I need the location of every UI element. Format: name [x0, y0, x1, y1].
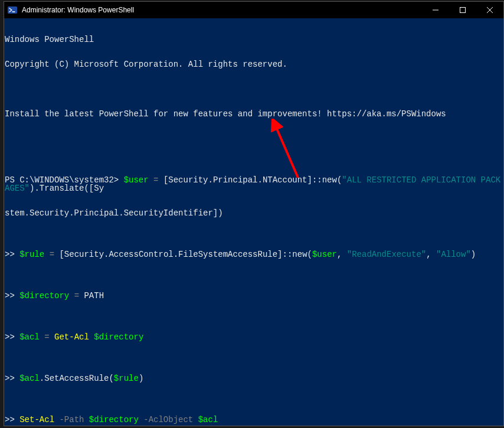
operator-token: =: [69, 291, 84, 300]
intro-line: Install the latest PowerShell for new fe…: [5, 110, 503, 118]
method-token: new: [292, 250, 307, 259]
close-button[interactable]: [476, 2, 503, 18]
svg-rect-0: [8, 6, 17, 14]
continuation-prompt: >>: [5, 291, 19, 300]
string-token: "Allow": [436, 250, 471, 259]
console-output[interactable]: Windows PowerShell Copyright (C) Microso…: [4, 18, 503, 426]
variable-token: $acl: [19, 332, 40, 342]
command-line: >> $acl.SetAccessRule($rule): [5, 374, 503, 383]
type-token: stem.Security.Principal.SecurityIdentifi…: [5, 208, 223, 218]
command-line: >> $acl = Get-Acl $directory: [5, 333, 503, 341]
operator-token: =: [44, 250, 59, 259]
maximize-button[interactable]: [449, 2, 476, 18]
svg-line-6: [274, 123, 298, 178]
svg-rect-3: [460, 8, 466, 13]
variable-token: $rule: [114, 374, 139, 383]
window-controls: [422, 2, 503, 18]
command-line: >> $rule = [Security.AccessControl.FileS…: [5, 250, 503, 259]
comma-token: ,: [337, 250, 347, 259]
method-token: .Translate(: [34, 184, 89, 193]
method-token: .SetAccessRule(: [40, 374, 114, 383]
type-token: [Sy: [89, 184, 104, 193]
paren-token: ): [139, 374, 143, 383]
cmdlet-token: Get-Acl: [54, 332, 94, 342]
command-line: >> $directory = PATH: [5, 292, 503, 300]
variable-token: $directory: [89, 415, 139, 424]
variable-token: $rule: [19, 250, 44, 259]
command-line: PS C:\WINDOWS\system32> $user = [Securit…: [5, 176, 503, 192]
continuation-prompt: >>: [5, 374, 19, 383]
param-token: -AclObject: [139, 415, 198, 424]
window-title: Administrator: Windows PowerShell: [22, 6, 422, 14]
operator-token: =: [40, 332, 54, 342]
variable-token: $user: [312, 250, 337, 259]
powershell-window: Administrator: Windows PowerShell Window…: [4, 1, 504, 426]
string-token: "ReadAndExecute": [347, 250, 426, 259]
continuation-prompt: >>: [5, 415, 19, 424]
variable-token: $acl: [19, 374, 40, 383]
intro-line: Copyright (C) Microsoft Corporation. All…: [5, 60, 503, 68]
minimize-button[interactable]: [422, 2, 449, 18]
continuation-prompt: >>: [5, 250, 19, 259]
cmdlet-token: Set-Acl: [19, 415, 54, 424]
param-token: -Path: [54, 415, 89, 424]
titlebar[interactable]: Administrator: Windows PowerShell: [4, 2, 503, 18]
continuation-prompt: >>: [5, 332, 19, 342]
annotation-arrow-icon: [270, 119, 305, 184]
operator-token: =: [149, 175, 163, 185]
variable-token: $directory: [94, 332, 143, 342]
paren-token: ): [471, 250, 476, 259]
blank-line: [5, 135, 503, 143]
literal-token: PATH: [84, 291, 104, 300]
type-token: [Security.Principal.NTAccount]::: [163, 175, 322, 185]
variable-token: $user: [124, 175, 149, 185]
intro-line: Windows PowerShell: [5, 35, 503, 44]
paren-token: (: [307, 250, 312, 259]
variable-token: $acl: [198, 415, 218, 424]
blank-line: [5, 85, 503, 93]
powershell-icon: [8, 5, 17, 15]
type-token: [Security.AccessControl.FileSystemAccess…: [59, 250, 292, 259]
method-token: new: [322, 175, 337, 185]
variable-token: $directory: [19, 291, 69, 300]
command-line: >> Set-Acl -Path $directory -AclObject $…: [5, 416, 503, 424]
command-line-wrap: stem.Security.Principal.SecurityIdentifi…: [5, 209, 503, 217]
comma-token: ,: [426, 250, 436, 259]
